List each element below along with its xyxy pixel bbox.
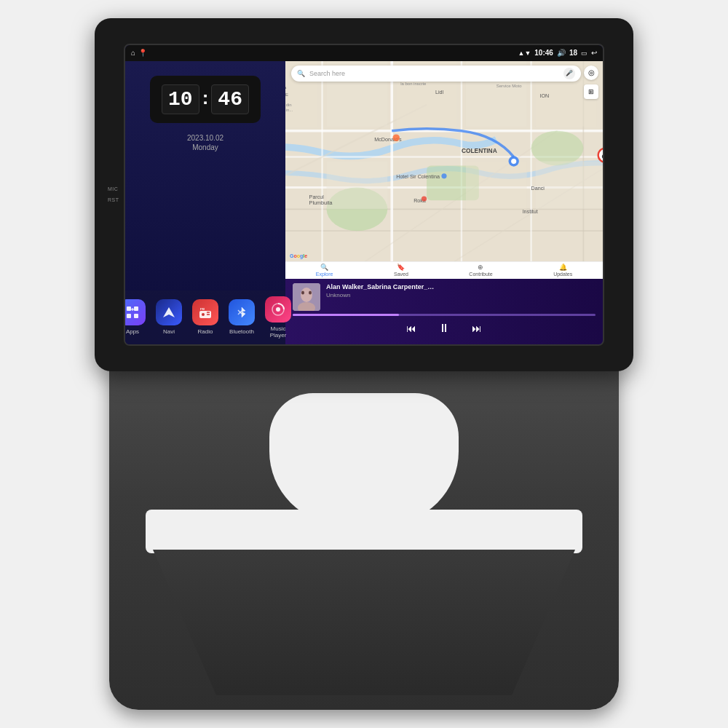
gps-icon[interactable]: 📍 [138,49,147,57]
day-text: Monday [187,143,223,151]
app-bluetooth[interactable]: Bluetooth [229,299,255,335]
svg-text:Service Moto: Service Moto [496,84,523,88]
music-next-button[interactable]: ⏭ [472,323,482,334]
bracket-cutout-top [269,393,459,524]
map-tab-contribute[interactable]: ⊕ Contribute [469,264,492,277]
svg-marker-6 [163,307,175,317]
map-tab-explore[interactable]: 🔍 Explore [316,264,333,277]
mic-label: MIC [108,186,119,191]
svg-point-60 [511,159,516,164]
bracket-lower [153,550,575,695]
app-radio[interactable]: FM Radio [192,299,218,335]
navi-icon [156,299,182,325]
svg-rect-3 [134,314,138,318]
svg-text:Danci: Danci [531,186,545,191]
clock-hours: 10 [162,84,199,114]
navi-label: Navi [163,328,175,335]
map-location-button[interactable]: ◎ [584,66,598,80]
status-right: ▲▼ 10:46 🔊 18 ▭ ↩ [518,49,597,57]
svg-text:Parcul: Parcul [309,194,325,200]
svg-point-66 [301,290,304,294]
music-progress-fill [293,314,399,316]
explore-label: Explore [316,272,333,277]
contribute-label: Contribute [469,272,492,277]
updates-label: Updates [553,272,572,277]
svg-text:FM: FM [200,307,205,311]
music-play-button[interactable]: ⏸ [438,322,450,335]
head-unit: MIC RST ⌂ 📍 ▲▼ 10:46 🔊 18 ▭ ↩ [95,18,633,371]
music-thumbnail [293,283,320,311]
map-tabs: 🔍 Explore 🔖 Saved ⊕ Contribute [285,261,603,279]
saved-icon: 🔖 [397,264,405,271]
music-thumb-image [293,283,320,311]
map-svg: APINATURA ENTE APICOLE Faguri naturali d… [285,61,603,279]
contribute-icon: ⊕ [478,264,483,271]
bluetooth-icon [229,299,255,325]
svg-rect-36 [466,162,527,210]
battery-level: 18 [569,49,577,57]
svg-rect-0 [127,306,131,311]
right-panel: APINATURA ENTE APICOLE Faguri naturali d… [285,61,603,344]
clock-separator: : [202,87,209,109]
music-icon [265,296,291,323]
screen: ⌂ 📍 ▲▼ 10:46 🔊 18 ▭ ↩ 10 [124,44,604,346]
svg-text:Lidl: Lidl [435,90,444,95]
car-mount: MIC RST ⌂ 📍 ▲▼ 10:46 🔊 18 ▭ ↩ [80,18,648,710]
clock-widget: 10 : 46 [150,76,261,123]
svg-rect-2 [127,314,131,318]
map-tab-updates[interactable]: 🔔 Updates [553,264,572,277]
battery-icon: ▭ [581,50,587,57]
svg-point-13 [276,307,280,312]
status-left: ⌂ 📍 [131,49,147,57]
mount-bracket [109,364,619,710]
radio-label: Radio [198,328,213,335]
map-container[interactable]: APINATURA ENTE APICOLE Faguri naturali d… [285,61,603,279]
app-apps[interactable]: Apps [124,299,146,335]
back-icon[interactable]: ↩ [591,49,597,57]
svg-rect-37 [536,162,603,210]
music-label: Music Player [265,325,291,339]
svg-point-64 [301,288,312,302]
volume-icon: 🔊 [557,49,566,57]
app-shortcuts: Apps Navi [125,290,285,344]
svg-text:Institut: Institut [523,209,538,215]
svg-text:G: G [601,153,603,160]
home-icon[interactable]: ⌂ [131,49,135,57]
wifi-icon: ▲▼ [518,50,531,57]
svg-rect-35 [327,162,388,210]
bluetooth-label: Bluetooth [229,328,254,335]
date-text: 2023.10.02 [187,134,223,142]
svg-text:la bon inscrie: la bon inscrie [400,82,427,86]
svg-text:ENTE APICOLE: ENTE APICOLE [285,92,288,97]
explore-icon: 🔍 [320,264,328,271]
svg-text:APINATURA: APINATURA [285,84,287,90]
status-bar: ⌂ 📍 ▲▼ 10:46 🔊 18 ▭ ↩ [125,45,603,61]
map-layers-button[interactable]: ⊞ [584,84,598,99]
music-top: Alan Walker_Sabrina Carpenter_F... Unkno… [293,283,596,311]
status-time: 10:46 [534,49,553,57]
updates-icon: 🔔 [559,264,567,271]
svg-text:COLENTINA: COLENTINA [462,147,497,154]
map-mic-button[interactable]: 🎤 [563,68,575,79]
search-icon: 🔍 [297,70,305,77]
music-prev-button[interactable]: ⏮ [406,323,416,334]
svg-point-54 [422,196,427,201]
svg-rect-1 [134,306,138,311]
saved-label: Saved [394,272,408,277]
music-artist: Unknown [326,292,596,298]
music-progress-bar[interactable] [293,314,596,316]
map-search-bar[interactable]: 🔍 Search here 🎤 [291,66,581,82]
app-navi[interactable]: Navi [156,299,182,335]
left-panel: 10 : 46 2023.10.02 Monday [125,61,285,344]
google-logo: Google [290,253,307,258]
rst-label: RST [108,197,119,202]
map-tab-saved[interactable]: 🔖 Saved [394,264,408,277]
date-info: 2023.10.02 Monday [187,134,223,151]
app-music[interactable]: Music Player [265,296,291,339]
music-panel: Alan Walker_Sabrina Carpenter_F... Unkno… [285,279,603,344]
music-title: Alan Walker_Sabrina Carpenter_F... [326,283,435,290]
music-info: Alan Walker_Sabrina Carpenter_F... Unkno… [326,283,596,298]
svg-point-47 [392,134,400,141]
svg-point-67 [309,290,312,294]
svg-text:ceara | Livrare in...: ceara | Livrare in... [285,108,293,112]
